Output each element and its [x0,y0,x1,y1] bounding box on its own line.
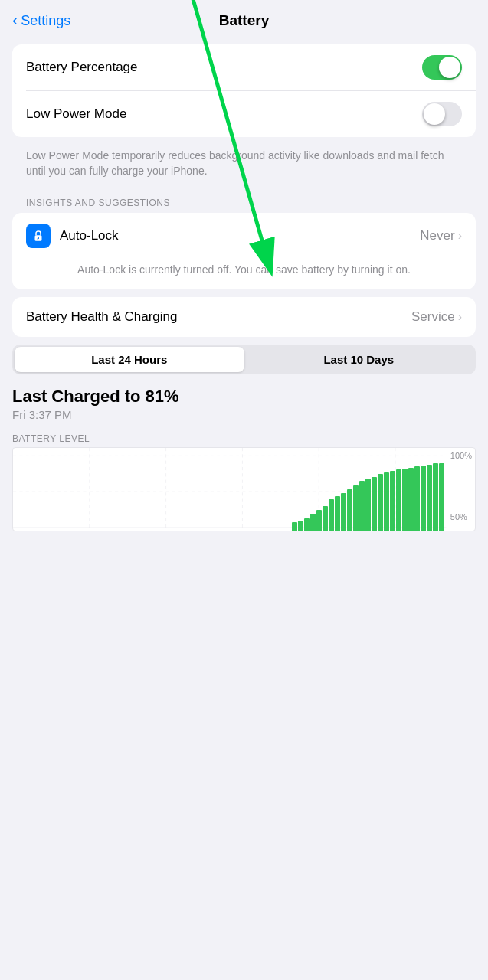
auto-lock-description: Auto-Lock is currently turned off. You c… [12,259,476,289]
battery-percentage-row: Battery Percentage [12,44,476,90]
chart-label-100: 100% [450,451,472,460]
battery-percentage-label: Battery Percentage [26,60,138,75]
time-period-tabs: Last 24 Hours Last 10 Days [12,345,476,374]
low-power-mode-row: Low Power Mode [12,91,476,137]
tab-last-10-days[interactable]: Last 10 Days [244,347,474,372]
battery-level-chart: 100% 50% [12,447,476,531]
battery-health-row[interactable]: Battery Health & Charging Service › [12,297,476,337]
battery-health-value-text: Service [411,309,455,325]
auto-lock-label: Auto-Lock [60,228,119,243]
chart-label-50: 50% [450,512,472,521]
low-power-mode-toggle[interactable] [422,102,462,126]
low-power-mode-label: Low Power Mode [26,106,126,122]
back-button[interactable]: ‹ Settings [12,13,70,29]
auto-lock-row[interactable]: I Auto-Lock Never › [12,213,476,259]
battery-health-card: Battery Health & Charging Service › [12,297,476,337]
navigation-bar: ‹ Settings Battery [0,0,488,38]
auto-lock-icon: I [26,224,51,248]
battery-level-header: BATTERY LEVEL [12,433,476,444]
battery-health-label: Battery Health & Charging [26,309,178,325]
last-charged-title: Last Charged to 81% [12,387,476,407]
auto-lock-card: I Auto-Lock Never › Auto-Lock is current… [12,213,476,289]
auto-lock-value-text: Never [420,228,454,243]
auto-lock-left: I Auto-Lock [26,224,119,248]
auto-lock-chevron-icon: › [458,229,462,243]
battery-settings-card: Battery Percentage Low Power Mode [12,44,476,137]
chart-labels: 100% 50% [450,451,472,531]
chart-bars [13,448,447,531]
insights-section-header: INSIGHTS AND SUGGESTIONS [12,191,476,213]
page-title: Battery [219,12,269,29]
low-power-mode-toggle-thumb [424,103,445,125]
battery-health-value: Service › [411,309,462,325]
svg-text:I: I [38,238,38,241]
tab-last-24-hours[interactable]: Last 24 Hours [15,347,244,372]
low-power-description: Low Power Mode temporarily reduces backg… [12,145,476,191]
battery-percentage-toggle-thumb [439,57,460,78]
auto-lock-value: Never › [420,228,462,243]
last-charged-time: Fri 3:37 PM [12,408,476,421]
battery-percentage-toggle[interactable] [422,55,462,80]
back-chevron-icon: ‹ [12,12,18,29]
battery-health-chevron-icon: › [458,310,462,324]
main-content: Battery Percentage Low Power Mode Low Po… [0,38,488,537]
back-label: Settings [21,13,70,29]
